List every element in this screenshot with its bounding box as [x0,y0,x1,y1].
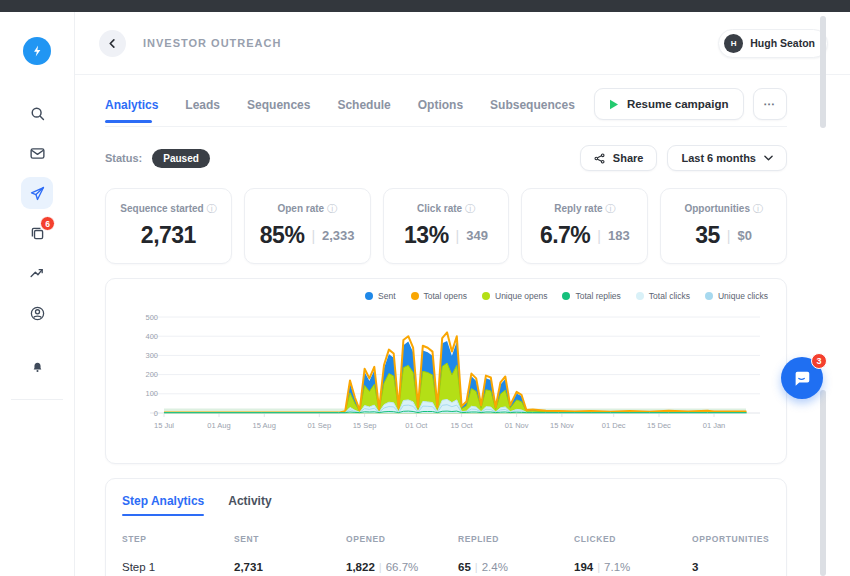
share-label: Share [613,152,644,164]
y-axis-label: 300 [145,351,158,360]
sidebar-item-campaigns[interactable] [17,173,57,213]
tab-options[interactable]: Options [418,92,463,122]
tab-activity[interactable]: Activity [228,494,271,516]
stat-secondary: 2,333 [322,228,355,243]
step-tabs: Step Analytics Activity [122,494,770,516]
play-icon [609,99,619,110]
sidebar-divider [11,399,63,400]
chevron-down-icon [764,155,773,161]
step-analytics-card: Step Analytics Activity STEP SENT OPENED… [105,478,787,576]
sidebar-item-search[interactable] [17,93,57,133]
x-axis-label: 01 Aug [207,421,230,430]
user-name: Hugh Seaton [750,37,815,49]
cell-replied: 65|2.4% [458,561,574,573]
info-icon[interactable]: ⓘ [753,203,763,214]
x-axis-label: 15 Aug [253,421,276,430]
tab-schedule[interactable]: Schedule [337,92,390,122]
stat-value: 13% [404,222,449,249]
opened-pct: 66.7% [386,561,419,573]
timeline-chart-card: SentTotal opensUnique opensTotal replies… [105,278,787,464]
info-icon[interactable]: ⓘ [206,203,216,214]
sidebar: 6 [0,12,75,576]
stat-card-reply-rate: Reply rate ⓘ 6.7%|183 [521,188,648,264]
stats-row: Sequence started ⓘ 2,731 Open rate ⓘ 85%… [105,188,787,264]
status-row: Status: Paused Share Last 6 months [105,145,787,171]
x-axis-label: 15 Oct [451,421,474,430]
tab-analytics[interactable]: Analytics [105,92,158,122]
x-axis-label: 01 Sep [307,421,331,430]
search-icon [21,97,53,129]
y-axis-label: 100 [145,389,158,398]
chat-bubble-icon [792,368,812,388]
sidebar-item-notifications[interactable] [17,347,57,387]
info-icon[interactable]: ⓘ [327,203,337,214]
bell-icon [21,351,53,383]
legend-dot [562,292,570,300]
stat-label: Open rate [277,203,324,214]
chat-unread-badge: 3 [811,353,827,369]
table-row[interactable]: Step 1 2,731 1,822|66.7% 65|2.4% 194|7.1… [122,561,770,573]
window-top-bar [0,0,850,12]
stat-value: 35 [695,222,720,249]
opened-count: 1,822 [346,561,375,573]
tab-subsequences[interactable]: Subsequences [490,92,575,122]
stat-card-opportunities: Opportunities ⓘ 35|$0 [660,188,787,264]
legend-dot [365,292,373,300]
separator: | [475,561,478,573]
y-axis-label: 400 [145,332,158,341]
separator: | [379,561,382,573]
send-icon [21,177,53,209]
chevron-left-icon [108,39,117,48]
legend-dot [482,292,490,300]
info-icon[interactable]: ⓘ [465,203,475,214]
stat-card-open-rate: Open rate ⓘ 85%|2,333 [244,188,371,264]
legend-label: Unique clicks [718,291,768,301]
notification-badge: 6 [40,216,55,231]
stat-value: 2,731 [141,222,196,249]
more-options-button[interactable]: ⋯ [753,88,788,120]
user-menu[interactable]: H Hugh Seaton [718,29,828,58]
tab-leads[interactable]: Leads [185,92,220,122]
date-range-dropdown[interactable]: Last 6 months [667,145,787,171]
legend-item-unique-opens[interactable]: Unique opens [482,291,547,301]
legend-item-sent[interactable]: Sent [365,291,396,301]
sidebar-item-inbox[interactable] [17,133,57,173]
resume-campaign-button[interactable]: Resume campaign [594,88,744,120]
sidebar-item-reports[interactable] [17,253,57,293]
x-axis-label: 01 Dec [602,421,626,430]
scrollbar-track-segment[interactable] [820,390,826,576]
legend-item-total-opens[interactable]: Total opens [411,291,467,301]
y-axis-label: 0 [154,409,158,418]
legend-item-total-replies[interactable]: Total replies [562,291,620,301]
col-opened: OPENED [346,534,458,544]
legend-item-unique-clicks[interactable]: Unique clicks [705,291,768,301]
stat-value: 6.7% [540,222,590,249]
col-replied: REPLIED [458,534,574,544]
scrollbar-thumb[interactable] [820,16,826,128]
col-sent: SENT [234,534,346,544]
timeline-chart: 010020030040050015 Jul01 Aug15 Aug01 Sep… [120,301,772,451]
legend-label: Total replies [575,291,620,301]
x-axis-label: 15 Dec [647,421,671,430]
legend-dot [636,292,644,300]
x-axis-label: 15 Jul [154,421,174,430]
back-button[interactable] [99,30,126,57]
legend-label: Total opens [424,291,467,301]
clicked-pct: 7.1% [604,561,630,573]
legend-dot [705,292,713,300]
share-button[interactable]: Share [580,145,658,171]
mail-icon [21,137,53,169]
info-icon[interactable]: ⓘ [605,203,615,214]
tab-step-analytics[interactable]: Step Analytics [122,494,204,516]
sidebar-item-contacts[interactable] [17,293,57,333]
stat-value: 85% [260,222,305,249]
legend-item-total-clicks[interactable]: Total clicks [636,291,690,301]
legend-dot [411,292,419,300]
tab-sequences[interactable]: Sequences [247,92,310,122]
app-logo[interactable] [23,37,51,65]
legend-label: Sent [378,291,396,301]
sidebar-item-templates[interactable]: 6 [17,213,57,253]
chat-widget-button[interactable]: 3 [781,357,823,399]
col-opportunities: OPPORTUNITIES [692,534,770,544]
replied-pct: 2.4% [482,561,508,573]
